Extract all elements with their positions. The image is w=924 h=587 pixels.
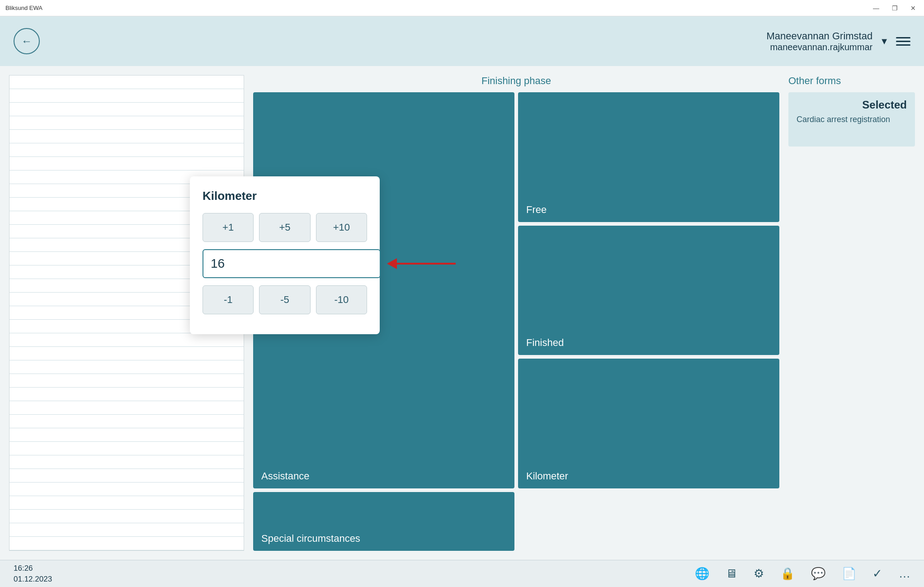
km-input[interactable] <box>203 249 381 278</box>
km-minus1-button[interactable]: -1 <box>203 285 254 314</box>
tile-kilometer-label: Kilometer <box>526 470 568 482</box>
tile-kilometer[interactable]: Kilometer <box>518 359 779 488</box>
menu-line-3 <box>896 44 910 46</box>
arrow-head <box>387 258 397 269</box>
arrow-line <box>397 263 456 265</box>
app-title: Bliksund EWA <box>5 5 42 11</box>
selected-card[interactable]: Selected Cardiac arrest registration <box>788 92 915 147</box>
km-minus5-button[interactable]: -5 <box>259 285 310 314</box>
km-plus5-button[interactable]: +5 <box>259 213 310 242</box>
menu-line-2 <box>896 41 910 42</box>
window-controls: — ❐ ✕ <box>870 4 919 13</box>
check-icon[interactable]: ✓ <box>872 567 882 581</box>
selected-label: Selected <box>797 99 907 111</box>
back-icon: ← <box>21 35 32 47</box>
right-tile-col: Free Finished Kilometer <box>518 92 779 488</box>
km-plus10-button[interactable]: +10 <box>316 213 367 242</box>
current-date: 01.12.2023 <box>14 574 52 585</box>
tile-finished[interactable]: Finished <box>518 226 779 355</box>
minimize-button[interactable]: — <box>870 4 882 13</box>
maximize-button[interactable]: ❐ <box>889 4 900 13</box>
km-minus-buttons: -1 -5 -10 <box>203 285 367 314</box>
user-name: Maneevannan Grimstad <box>766 30 872 42</box>
taskbar-icons: 🌐 🖥 ⚙ 🔒 💬 📄 ✓ … <box>695 567 910 581</box>
km-input-row <box>203 249 367 278</box>
taskbar: 16:26 01.12.2023 🌐 🖥 ⚙ 🔒 💬 📄 ✓ … <box>0 560 924 587</box>
km-plus1-button[interactable]: +1 <box>203 213 254 242</box>
app-header: ← Maneevannan Grimstad maneevannan.rajku… <box>0 16 924 66</box>
tile-free-label: Free <box>526 204 547 216</box>
close-button[interactable]: ✕ <box>908 4 919 13</box>
more-icon[interactable]: … <box>899 567 910 581</box>
km-plus-buttons: +1 +5 +10 <box>203 213 367 242</box>
right-panel: Other forms Selected Cardiac arrest regi… <box>788 75 915 551</box>
km-title: Kilometer <box>203 189 367 203</box>
current-time: 16:26 <box>14 563 52 574</box>
tile-finished-label: Finished <box>526 337 564 349</box>
tile-special[interactable]: Special circumstances <box>253 492 514 551</box>
phase-title: Finishing phase <box>253 75 779 87</box>
title-bar: Bliksund EWA — ❐ ✕ <box>0 0 924 16</box>
other-forms-title: Other forms <box>788 75 915 87</box>
dropdown-arrow[interactable]: ▼ <box>880 36 889 47</box>
tile-free[interactable]: Free <box>518 92 779 222</box>
back-button[interactable]: ← <box>14 28 40 54</box>
main-content: Finishing phase Assistance Free Finished <box>0 66 924 560</box>
tile-special-label: Special circumstances <box>261 533 360 544</box>
menu-line-1 <box>896 37 910 38</box>
taskbar-time: 16:26 01.12.2023 <box>14 563 52 585</box>
km-minus10-button[interactable]: -10 <box>316 285 367 314</box>
user-login: maneevannan.rajkummar <box>766 42 872 52</box>
kilometer-popup: Kilometer +1 +5 +10 -1 -5 -10 <box>190 176 380 334</box>
lock-icon[interactable]: 🔒 <box>780 567 795 581</box>
user-text: Maneevannan Grimstad maneevannan.rajkumm… <box>766 30 872 52</box>
display-icon[interactable]: 🖥 <box>726 567 737 581</box>
user-info: Maneevannan Grimstad maneevannan.rajkumm… <box>766 30 910 52</box>
globe-icon[interactable]: 🌐 <box>695 567 709 581</box>
red-arrow <box>387 258 456 269</box>
settings-icon[interactable]: ⚙ <box>754 567 764 581</box>
document-icon[interactable]: 📄 <box>842 567 856 581</box>
selected-desc: Cardiac arrest registration <box>797 115 907 124</box>
chat-icon[interactable]: 💬 <box>811 567 825 581</box>
hamburger-menu[interactable] <box>896 37 910 46</box>
tile-assistance-label: Assistance <box>261 470 309 482</box>
